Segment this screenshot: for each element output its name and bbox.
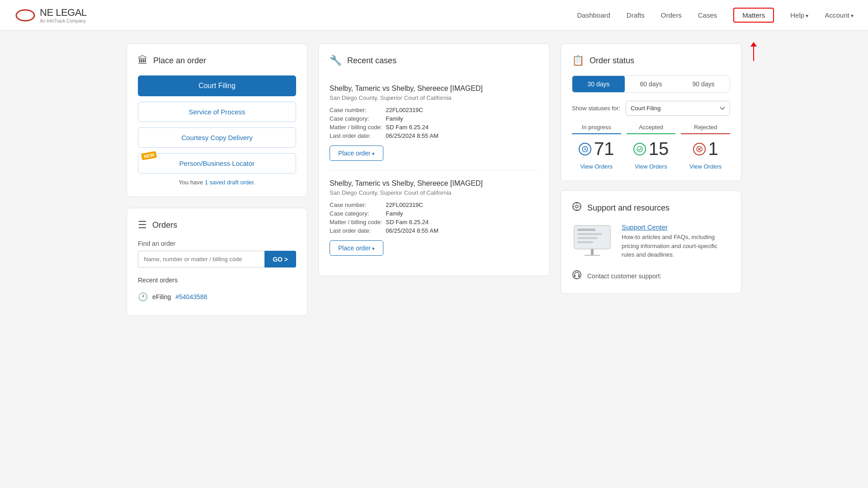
person-locator-wrapper: NEW Person/Business Locator xyxy=(138,153,296,174)
place-order-case-1-button[interactable]: Place order xyxy=(330,145,383,161)
contact-label: Contact customer support: xyxy=(587,272,661,280)
svg-point-4 xyxy=(637,146,642,152)
rejected-count: 1 xyxy=(708,139,718,159)
place-order-card: 🏛 Place an order Court Filing Service of… xyxy=(127,43,307,197)
case-1-date-label: Last order date: xyxy=(330,132,382,139)
main-content: 🏛 Place an order Court Filing Service of… xyxy=(108,31,760,328)
place-order-title: Place an order xyxy=(153,56,206,66)
svg-rect-15 xyxy=(577,229,595,231)
case-2-number-label: Case number: xyxy=(330,202,382,208)
in-progress-title: In progress xyxy=(572,124,621,134)
case-2-matter-label: Matter / billing code: xyxy=(330,219,382,225)
place-order-header: 🏛 Place an order xyxy=(138,55,296,66)
support-icon xyxy=(572,202,582,214)
arrow-head xyxy=(750,42,757,47)
logo: NE LEGAL An InfoTrack Company xyxy=(14,7,87,23)
accepted-view-orders[interactable]: View Orders xyxy=(635,163,667,170)
search-row: GO > xyxy=(138,251,296,267)
case-1-date: 06/25/2024 8:55 AM xyxy=(386,132,538,139)
status-columns: In progress 71 View Orders xyxy=(572,124,730,170)
nav-orders[interactable]: Orders xyxy=(661,9,682,21)
support-card: Support and resources xyxy=(561,190,741,294)
case-1-details: Case number: 22FL002319C Case category: … xyxy=(330,107,538,139)
svg-rect-23 xyxy=(574,275,576,277)
left-column: 🏛 Place an order Court Filing Service of… xyxy=(127,43,307,316)
support-content: Support Center How-to articles and FAQs,… xyxy=(572,223,730,261)
svg-point-9 xyxy=(576,205,578,208)
tab-90-days[interactable]: 90 days xyxy=(677,76,730,92)
svg-point-22 xyxy=(573,271,581,279)
nav-help[interactable]: Help xyxy=(790,9,808,21)
support-header: Support and resources xyxy=(572,202,730,214)
case-1-matter-label: Matter / billing code: xyxy=(330,124,382,131)
show-statuses-row: Show statuses for: Court Filing Service … xyxy=(572,101,730,116)
go-button[interactable]: GO > xyxy=(264,251,296,267)
order-number-link[interactable]: #54043588 xyxy=(175,293,207,300)
matters-wrapper: Matters xyxy=(733,11,774,19)
svg-rect-24 xyxy=(578,275,580,277)
support-desc: How-to articles and FAQs, including pric… xyxy=(622,233,730,259)
case-2-number: 22FL002319C xyxy=(386,202,538,208)
person-locator-button[interactable]: Person/Business Locator xyxy=(138,153,296,174)
support-board-image xyxy=(572,223,613,261)
case-1-number-label: Case number: xyxy=(330,107,382,113)
case-1-title: Shelby, Tameric vs Shelby, Shereece [IMA… xyxy=(330,84,538,93)
arrow-line xyxy=(753,47,754,61)
case-2-title: Shelby, Tameric vs Shelby, Shereece [IMA… xyxy=(330,179,538,188)
court-filing-button[interactable]: Court Filing xyxy=(138,75,296,96)
order-status-icon: 📋 xyxy=(572,55,584,66)
accepted-col: Accepted 15 View Orders xyxy=(627,124,676,170)
in-progress-count: 71 xyxy=(594,139,614,159)
place-order-case-2-button[interactable]: Place order xyxy=(330,240,383,256)
in-progress-view-orders[interactable]: View Orders xyxy=(580,163,613,170)
svg-point-0 xyxy=(16,10,34,21)
service-of-process-button[interactable]: Service of Process xyxy=(138,102,296,122)
logo-icon xyxy=(14,7,36,23)
rejected-title: Rejected xyxy=(681,124,730,134)
order-status-card: 📋 Order status 30 days 60 days 90 days S… xyxy=(561,43,741,181)
place-order-icon: 🏛 xyxy=(138,55,148,66)
case-item-2: Shelby, Tameric vs Shelby, Shereece [IMA… xyxy=(330,170,538,265)
case-1-cat-label: Case category: xyxy=(330,115,382,122)
order-item: 🕐 eFiling #54043588 xyxy=(138,289,296,305)
logo-sub: An InfoTrack Company xyxy=(40,19,87,23)
right-column: 📋 Order status 30 days 60 days 90 days S… xyxy=(561,43,741,316)
tab-60-days[interactable]: 60 days xyxy=(625,76,677,92)
nav-cases[interactable]: Cases xyxy=(698,9,717,21)
rejected-view-orders[interactable]: View Orders xyxy=(689,163,722,170)
rejected-icon xyxy=(693,143,706,155)
tab-30-days[interactable]: 30 days xyxy=(572,76,625,92)
nav-account[interactable]: Account xyxy=(825,9,854,21)
nav-links: Dashboard Drafts Orders Cases Matters He… xyxy=(577,9,854,21)
case-2-details: Case number: 22FL002319C Case category: … xyxy=(330,202,538,234)
accepted-title: Accepted xyxy=(627,124,676,134)
nav-drafts[interactable]: Drafts xyxy=(627,9,645,21)
support-center-link[interactable]: Support Center xyxy=(622,223,668,231)
support-text-area: Support Center How-to articles and FAQs,… xyxy=(622,223,730,259)
svg-rect-17 xyxy=(577,237,598,239)
svg-line-3 xyxy=(585,149,586,150)
matters-arrow-indicator xyxy=(750,42,757,61)
whiteboard-illustration xyxy=(572,223,613,259)
x-circle-icon xyxy=(696,146,703,152)
svg-rect-18 xyxy=(577,241,593,243)
draft-link[interactable]: 1 saved draft order xyxy=(205,179,254,186)
rejected-count-row: 1 xyxy=(681,139,730,159)
order-search-input[interactable] xyxy=(138,251,264,267)
settings-circle-icon xyxy=(572,202,582,211)
status-filter-select[interactable]: Court Filing Service of Process Courtesy… xyxy=(626,101,730,116)
show-statuses-label: Show statuses for: xyxy=(572,105,620,112)
order-status-header: 📋 Order status xyxy=(572,55,730,66)
in-progress-count-row: 71 xyxy=(572,139,621,159)
order-status-title: Order status xyxy=(590,56,634,66)
check-circle-icon xyxy=(637,146,643,152)
nav-dashboard[interactable]: Dashboard xyxy=(577,9,610,21)
courtesy-copy-button[interactable]: Courtesy Copy Delivery xyxy=(138,127,296,148)
nav-matters[interactable]: Matters xyxy=(733,8,774,23)
orders-header: ☰ Orders xyxy=(138,219,296,231)
recent-cases-header: 🔧 Recent cases xyxy=(330,55,538,66)
case-1-number: 22FL002319C xyxy=(386,107,538,113)
order-type: eFiling xyxy=(152,293,171,300)
case-2-cat: Family xyxy=(386,210,538,217)
accepted-icon xyxy=(633,143,646,155)
